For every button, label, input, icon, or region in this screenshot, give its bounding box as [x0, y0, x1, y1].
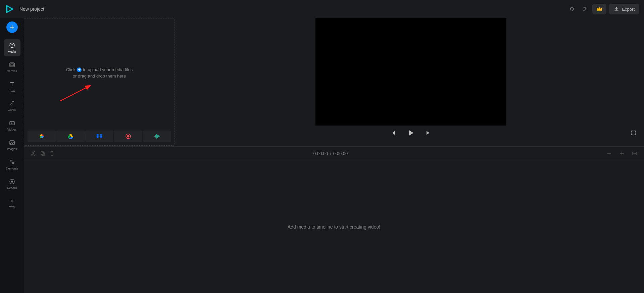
sidebar-item-canvas[interactable]: Canvas: [4, 58, 20, 76]
svg-rect-2: [10, 63, 14, 67]
plus-inline-icon: [77, 67, 82, 72]
svg-point-9: [11, 181, 13, 183]
video-preview[interactable]: [315, 18, 506, 126]
shapes-icon: [9, 159, 15, 165]
upload-cloud-icon: [9, 42, 15, 49]
sidebar-item-media[interactable]: Media: [4, 39, 20, 56]
svg-rect-16: [42, 153, 45, 155]
sidebar-item-audio[interactable]: Audio: [4, 97, 20, 115]
sidebar-item-tts[interactable]: TTS: [4, 195, 20, 212]
svg-point-12: [127, 135, 129, 138]
app-header: New project Export: [0, 0, 644, 18]
svg-rect-15: [41, 152, 44, 154]
sidebar-item-images[interactable]: Images: [4, 136, 20, 154]
project-title[interactable]: New project: [19, 6, 44, 12]
waveform-icon: [154, 134, 160, 139]
source-dropbox[interactable]: [85, 131, 114, 142]
dropzone-hint-line1: Click to upload your media files: [66, 67, 133, 72]
prev-frame-button[interactable]: [389, 129, 397, 137]
source-google-photos[interactable]: [28, 131, 56, 142]
svg-rect-0: [597, 10, 602, 11]
annotation-arrow-icon: [59, 85, 93, 102]
source-google-drive[interactable]: [56, 131, 85, 142]
next-frame-button[interactable]: [424, 129, 432, 137]
google-drive-icon: [67, 133, 73, 139]
svg-point-13: [31, 154, 33, 155]
svg-line-10: [60, 86, 90, 101]
cut-button[interactable]: [29, 149, 38, 158]
timeline-area[interactable]: Add media to timeline to start creating …: [24, 160, 644, 293]
redo-button[interactable]: [579, 3, 590, 15]
delete-button[interactable]: [47, 149, 57, 158]
crown-icon: [596, 6, 602, 12]
copy-button[interactable]: [38, 149, 47, 158]
upload-icon: [614, 6, 619, 12]
plus-icon: [9, 25, 15, 30]
canvas-icon: [9, 61, 15, 68]
audio-wave-icon: [9, 198, 15, 204]
zoom-in-button[interactable]: [617, 149, 627, 158]
export-label: Export: [622, 7, 635, 12]
text-icon: [9, 81, 15, 88]
svg-point-14: [34, 154, 35, 155]
left-sidebar: Media Canvas Text Audio Videos: [0, 18, 24, 293]
app-logo[interactable]: [5, 4, 15, 14]
music-note-icon: [9, 100, 15, 107]
undo-button[interactable]: [566, 3, 578, 15]
source-audio[interactable]: [143, 131, 171, 142]
svg-rect-3: [11, 64, 13, 66]
video-icon: [9, 120, 15, 127]
timeline-empty-message: Add media to timeline to start creating …: [288, 224, 380, 230]
fullscreen-button[interactable]: [629, 129, 637, 137]
export-button[interactable]: Export: [609, 4, 639, 14]
sidebar-item-elements[interactable]: Elements: [4, 156, 20, 173]
upload-dropzone[interactable]: Click to upload your media files or drag…: [24, 18, 175, 146]
record-icon: [9, 178, 15, 185]
source-record[interactable]: [114, 131, 142, 142]
add-media-button[interactable]: [6, 21, 18, 33]
preview-area: [178, 18, 644, 146]
zoom-fit-button[interactable]: [630, 149, 639, 158]
premium-button[interactable]: [592, 4, 606, 14]
timecode-display: 0:00.00 / 0:00.00: [313, 151, 348, 156]
image-icon: [9, 139, 15, 146]
play-button[interactable]: [406, 128, 415, 138]
dropzone-hint-line2: or drag and drop them here: [73, 74, 126, 79]
sidebar-item-videos[interactable]: Videos: [4, 117, 20, 134]
zoom-out-button[interactable]: [604, 149, 614, 158]
google-photos-icon: [39, 133, 45, 139]
upload-source-row: [24, 127, 175, 145]
sidebar-item-text[interactable]: Text: [4, 78, 20, 95]
record-dot-icon: [126, 134, 131, 139]
svg-point-7: [10, 160, 12, 162]
svg-point-6: [10, 142, 11, 143]
timeline-toolbar: 0:00.00 / 0:00.00: [24, 146, 644, 160]
dropbox-icon: [96, 133, 103, 139]
media-panel: Click to upload your media files or drag…: [24, 18, 178, 146]
sidebar-item-record[interactable]: Record: [4, 175, 20, 193]
